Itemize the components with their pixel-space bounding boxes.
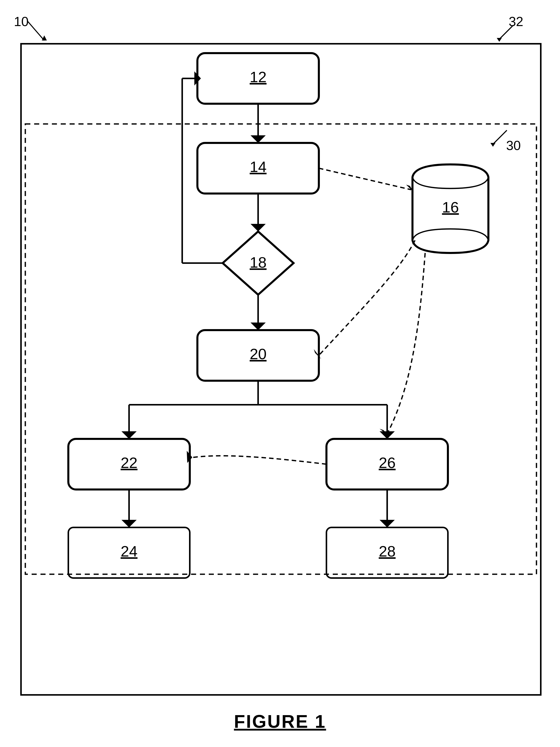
svg-line-0	[28, 22, 44, 41]
svg-marker-3	[497, 38, 502, 42]
svg-text:14: 14	[250, 158, 267, 175]
figure-caption: FIGURE 1	[234, 711, 326, 732]
svg-text:28: 28	[379, 543, 396, 560]
svg-line-44	[319, 168, 411, 190]
svg-marker-10	[251, 135, 266, 143]
page: 10 32 30 12 14 18	[0, 0, 560, 747]
svg-text:18: 18	[250, 254, 267, 271]
arrow-10-icon	[25, 19, 51, 44]
arrow-32-icon	[493, 24, 516, 42]
svg-text:16: 16	[442, 199, 459, 216]
svg-text:12: 12	[250, 69, 267, 85]
svg-marker-22	[251, 323, 266, 330]
svg-text:24: 24	[121, 543, 138, 560]
svg-line-2	[499, 25, 513, 39]
svg-marker-36	[122, 520, 137, 527]
svg-text:22: 22	[121, 454, 138, 471]
svg-text:20: 20	[250, 345, 267, 362]
svg-rect-6	[25, 124, 536, 574]
svg-text:26: 26	[379, 454, 396, 471]
svg-marker-40	[380, 520, 395, 527]
flowchart-diagram: 12 14 18 20	[20, 43, 541, 696]
svg-marker-28	[122, 431, 137, 439]
